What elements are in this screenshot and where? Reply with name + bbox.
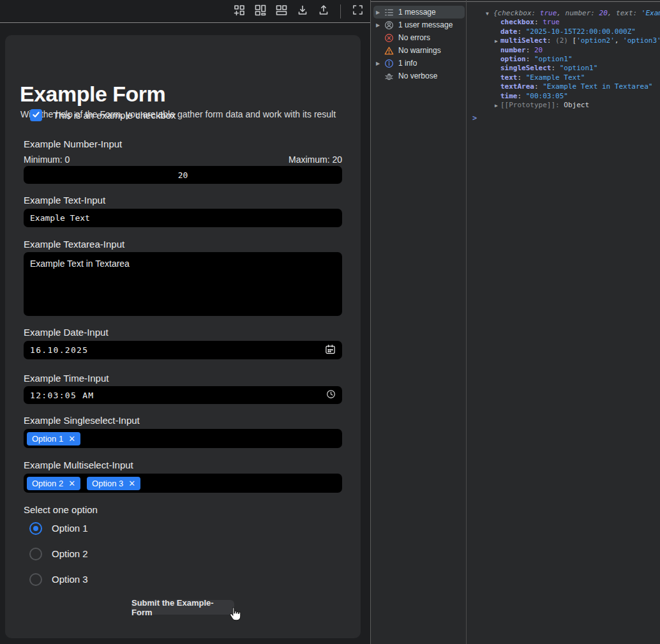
form-pane: Example Form With the help of the Form, … — [0, 0, 370, 644]
date-input-label: Example Date-Input — [24, 327, 109, 338]
console-token: number: — [566, 9, 599, 17]
console-token: true — [540, 9, 557, 17]
upload-icon — [318, 4, 329, 19]
warning-icon — [384, 46, 394, 56]
example-checkbox-row: This is an example checkbox — [30, 109, 176, 121]
console-token: : — [534, 18, 543, 26]
console-token: (2) — [555, 36, 573, 45]
expand-arrow-icon[interactable]: ▶ — [495, 37, 498, 46]
sidebar-item-errors[interactable]: ▶ No errors — [373, 31, 465, 44]
example-checkbox[interactable] — [30, 109, 42, 121]
console-token: "2025-10-15T22:00:00.000Z" — [526, 27, 636, 36]
expand-arrow-icon[interactable]: ▶ — [495, 101, 498, 110]
date-input-value: 16.10.2025 — [30, 345, 88, 355]
sidebar-item-messages[interactable]: ▶ 1 message — [373, 6, 465, 19]
sidebar-item-verbose[interactable]: ▶ No verbose — [373, 70, 465, 82]
console-token: time — [500, 92, 518, 100]
download-button[interactable] — [296, 5, 309, 18]
layout-grid-icon — [255, 4, 266, 19]
console-line: date: "2025-10-15T22:00:00.000Z" — [467, 27, 660, 36]
console-token: {checkbox: — [493, 9, 540, 17]
layout-rows-button[interactable] — [275, 5, 288, 18]
clock-icon[interactable] — [326, 389, 336, 401]
console-token: : — [534, 82, 543, 91]
radio-group-label: Select one option — [24, 504, 98, 515]
sidebar-item-info[interactable]: ▶ 1 info — [373, 57, 465, 70]
form-title: Example Form — [20, 82, 165, 107]
time-input[interactable]: 12:03:05 AM — [24, 386, 342, 404]
chip-remove-icon[interactable]: ✕ — [68, 434, 75, 444]
chip-label: Option 2 — [32, 479, 63, 488]
console-token: number — [500, 46, 526, 54]
text-input[interactable]: Example Text — [24, 209, 342, 227]
error-icon — [384, 33, 394, 43]
panel-toolbar — [0, 0, 370, 23]
number-minmax-row: Minimum: 0 Maximum: 20 — [24, 154, 342, 165]
date-input[interactable]: 16.10.2025 — [24, 341, 342, 359]
expand-arrow-icon[interactable]: ▶ — [376, 22, 384, 28]
radio-option-1[interactable] — [29, 522, 42, 535]
console-token: "Example Text in Textarea" — [543, 82, 652, 91]
console-token: , — [608, 9, 616, 17]
radio-option-2[interactable] — [29, 548, 42, 560]
list-icon — [384, 8, 394, 17]
text-input-value: Example Text — [30, 213, 90, 223]
console-token: 20 — [599, 9, 608, 17]
console-token: , — [615, 36, 623, 45]
calendar-icon[interactable] — [325, 344, 336, 357]
console-token: : — [547, 36, 555, 45]
fullscreen-icon — [352, 4, 363, 18]
multiselect-chip[interactable]: Option 2 ✕ — [27, 477, 80, 490]
submit-button[interactable]: Submit the Example-Form — [131, 600, 234, 615]
multiselect-input[interactable]: Option 2 ✕ Option 3 ✕ — [24, 474, 342, 493]
console-token: "00:03:05" — [526, 92, 568, 100]
number-input[interactable]: 20 — [24, 166, 342, 184]
fullscreen-button[interactable] — [351, 5, 364, 18]
console-line: text: "Example Text" — [467, 73, 660, 82]
expand-arrow-icon[interactable]: ▶ — [376, 61, 384, 66]
console-token: : — [526, 46, 534, 54]
textarea-input[interactable]: Example Text in Textarea — [24, 252, 342, 316]
console-prompt[interactable]: > — [467, 114, 660, 123]
add-panel-button[interactable] — [233, 5, 246, 18]
console-token: : — [518, 73, 526, 82]
user-icon — [384, 20, 394, 30]
time-input-label: Example Time-Input — [24, 373, 109, 384]
console-line: ▶[[Prototype]]: Object — [467, 101, 660, 110]
console-token: text — [500, 73, 518, 82]
radio-option-label: Option 3 — [52, 574, 88, 585]
console-sidebar: ▶ 1 message ▶ 1 user message ▶ No errors… — [371, 0, 466, 644]
textarea-input-label: Example Textarea-Input — [24, 239, 124, 250]
expand-arrow-icon[interactable]: ▶ — [376, 10, 384, 15]
info-icon — [384, 59, 394, 68]
sidebar-item-label: No verbose — [398, 71, 437, 80]
layout-rows-icon — [276, 4, 287, 19]
multiselect-chip[interactable]: Option 3 ✕ — [87, 477, 140, 490]
radio-option-3[interactable] — [29, 573, 42, 586]
collapse-arrow-icon[interactable]: ▼ — [486, 10, 489, 19]
console-line: textArea: "Example Text in Textarea" — [467, 82, 660, 91]
radio-option-row: Option 2 — [29, 547, 88, 560]
singleselect-input[interactable]: Option 1 ✕ — [24, 429, 342, 448]
console-token: "option1" — [534, 55, 573, 63]
console-token: 'Example — [641, 9, 660, 17]
chip-remove-icon[interactable]: ✕ — [68, 479, 75, 488]
console-token: multiSelect — [500, 36, 547, 45]
chip-label: Option 1 — [32, 434, 63, 444]
add-panel-icon — [234, 4, 245, 19]
console-token: singleSelect — [500, 64, 551, 72]
layout-grid-button[interactable] — [254, 5, 267, 18]
prompt-chevron-icon: > — [472, 114, 477, 123]
chip-remove-icon[interactable]: ✕ — [128, 479, 135, 488]
toolbar-divider — [340, 4, 341, 19]
sidebar-item-warnings[interactable]: ▶ No warnings — [373, 44, 465, 57]
radio-option-row: Option 1 — [29, 521, 88, 535]
console-token: Object — [564, 101, 589, 109]
console-token: true — [543, 18, 560, 26]
upload-button[interactable] — [317, 5, 330, 18]
singleselect-chip[interactable]: Option 1 ✕ — [27, 432, 80, 446]
console-token: "option1" — [560, 64, 598, 72]
number-min-label: Minimum: 0 — [24, 154, 70, 165]
sidebar-item-user-messages[interactable]: ▶ 1 user message — [373, 19, 465, 31]
console-token: "Example Text" — [526, 73, 585, 82]
